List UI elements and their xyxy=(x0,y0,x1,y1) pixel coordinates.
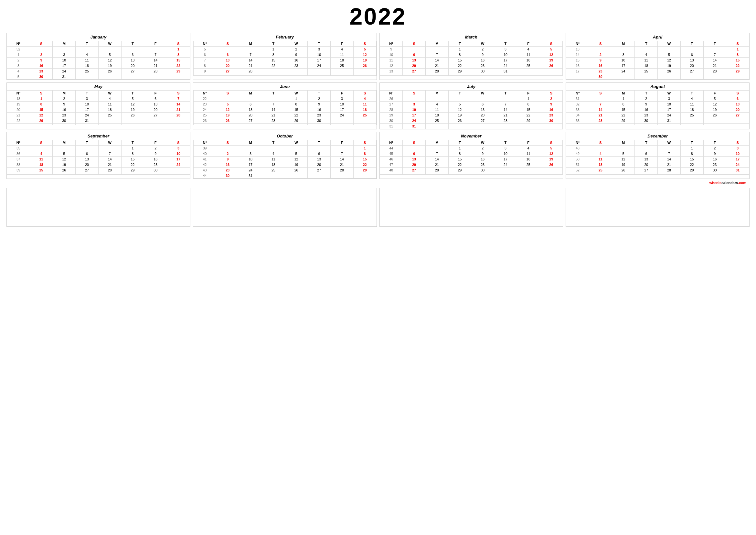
table-row: 11 xyxy=(262,156,285,162)
table-row: 11 xyxy=(589,156,612,162)
table-row xyxy=(193,124,376,125)
table-row: 24 xyxy=(726,162,749,168)
table-row: N°SMTWTFS xyxy=(7,140,190,146)
table-row: 4827282930 xyxy=(380,168,563,173)
th-day: M xyxy=(425,140,448,146)
th-week: N° xyxy=(380,41,403,46)
table-row xyxy=(121,124,144,125)
th-day: T xyxy=(262,91,285,96)
table-row: 106789101112 xyxy=(380,52,563,58)
table-row: 27 xyxy=(680,69,703,74)
month-block-april: AprilN°SMTWTFS13114234567815910111213141… xyxy=(566,33,749,80)
table-row: 3 xyxy=(612,52,635,58)
table-row: 8 xyxy=(517,101,540,107)
table-row: 6 xyxy=(471,101,494,107)
footer-whenis: whenis xyxy=(710,181,721,185)
th-day: T xyxy=(680,91,703,96)
table-row xyxy=(380,74,563,76)
table-row xyxy=(403,146,426,151)
table-row xyxy=(612,173,635,175)
table-row: 30 xyxy=(53,118,76,124)
table-row: 10 xyxy=(726,151,749,156)
table-row: 7 xyxy=(331,151,354,156)
table-row: 159101112131415 xyxy=(566,58,749,63)
table-row xyxy=(53,173,76,175)
th-day: F xyxy=(517,41,540,46)
th-day: T xyxy=(121,41,144,46)
table-row: 30 xyxy=(308,118,331,124)
table-row: 4 xyxy=(353,96,376,101)
month-title-august: August xyxy=(566,83,749,90)
td-week-number: 24 xyxy=(193,107,216,113)
table-row: 31 xyxy=(53,74,76,80)
table-row xyxy=(680,118,703,124)
table-row: 142345678 xyxy=(566,52,749,58)
table-row: 24 xyxy=(53,69,76,74)
th-day: F xyxy=(517,91,540,96)
th-day: F xyxy=(703,140,726,146)
table-row: 8 xyxy=(448,151,471,156)
table-row: 23 xyxy=(703,162,726,168)
td-week-number: 50 xyxy=(566,156,589,162)
table-row: 3314151617181920 xyxy=(566,107,749,113)
table-row: 5 xyxy=(448,101,471,107)
th-day: T xyxy=(448,91,471,96)
table-row: 2 xyxy=(53,96,76,101)
th-day: S xyxy=(589,41,612,46)
table-row: N°SMTWTFS xyxy=(193,140,376,146)
table-row: 8 xyxy=(121,151,144,156)
table-row: 25 xyxy=(98,113,121,118)
table-row: 29 xyxy=(353,168,376,173)
table-row: 27 xyxy=(635,168,658,173)
th-day: M xyxy=(612,41,635,46)
table-row: 19 xyxy=(448,113,471,118)
table-row: 14 xyxy=(589,107,612,113)
table-row: 10 xyxy=(239,156,262,162)
table-row: 17 xyxy=(76,107,98,113)
table-row: 15 xyxy=(517,107,540,113)
table-row: 1 xyxy=(121,146,144,151)
table-row: 22 xyxy=(448,63,471,69)
table-row: 16 xyxy=(589,63,612,69)
th-day: F xyxy=(703,91,726,96)
table-row xyxy=(53,46,76,52)
table-row: 31 xyxy=(726,168,749,173)
table-row: N°SMTWTFS xyxy=(380,140,563,146)
th-day: S xyxy=(540,41,563,46)
th-day: W xyxy=(98,41,121,46)
table-row: 22 xyxy=(285,113,308,118)
td-week-number xyxy=(380,173,403,175)
th-week: N° xyxy=(7,140,30,146)
table-row: 39252627282930 xyxy=(7,168,190,173)
table-row: 25 xyxy=(517,162,540,168)
table-row: 13 xyxy=(471,107,494,113)
table-row: 28 xyxy=(331,168,354,173)
table-row: 1 xyxy=(353,146,376,151)
table-row: 10 xyxy=(53,58,76,63)
table-row: 11 xyxy=(425,107,448,113)
table-row xyxy=(448,173,471,175)
table-row: 18 xyxy=(425,113,448,118)
table-row: 31 xyxy=(239,173,262,179)
table-row: 22 xyxy=(726,63,749,69)
month-title-may: May xyxy=(7,83,190,90)
table-row: 12 xyxy=(612,156,635,162)
table-row: 6 xyxy=(680,52,703,58)
month-title-september: September xyxy=(7,132,190,140)
table-row xyxy=(635,124,658,125)
table-row: 4 xyxy=(517,46,540,52)
table-row: 11 xyxy=(680,101,703,107)
table-row: 2 xyxy=(540,96,563,101)
td-week-number: 20 xyxy=(7,107,30,113)
table-row: 12 xyxy=(121,101,144,107)
table-row: 26 xyxy=(658,69,681,74)
th-day: W xyxy=(471,140,494,146)
table-row: 29 xyxy=(121,168,144,173)
th-day: S xyxy=(540,140,563,146)
table-row: 3711121314151617 xyxy=(7,156,190,162)
table-row: 27 xyxy=(403,168,426,173)
table-row xyxy=(680,46,703,52)
month-block-november: NovemberN°SMTWTFS44123454567891011124613… xyxy=(379,132,563,179)
td-week-number: 52 xyxy=(566,168,589,173)
table-row xyxy=(425,173,448,175)
